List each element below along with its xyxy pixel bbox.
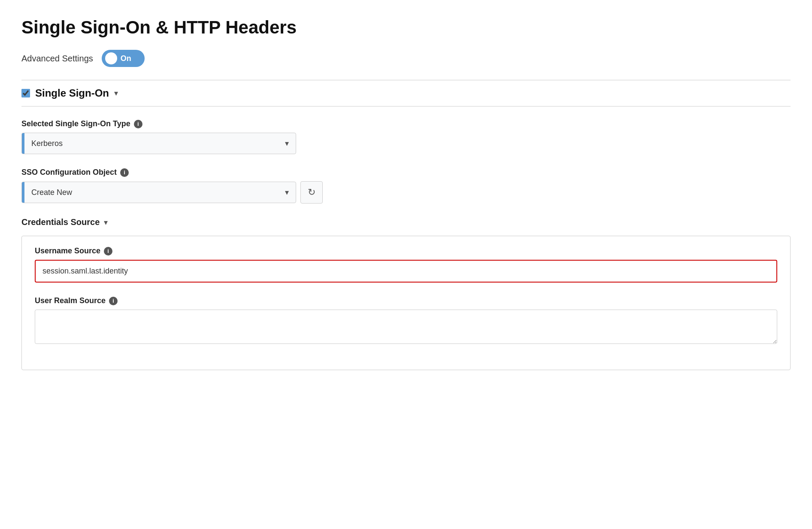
sso-config-select[interactable]: Create New: [24, 182, 285, 203]
sso-type-label-row: Selected Single Sign-On Type i: [21, 119, 791, 128]
sso-section-chevron-icon[interactable]: ▾: [114, 88, 118, 98]
advanced-settings-row: Advanced Settings On: [21, 50, 791, 67]
user-realm-source-label-row: User Realm Source i: [35, 296, 777, 305]
user-realm-source-label: User Realm Source: [35, 296, 106, 305]
advanced-settings-label: Advanced Settings: [21, 54, 93, 64]
sso-config-select-wrapper: Create New ▾: [21, 182, 296, 203]
sso-config-label-row: SSO Configuration Object i: [21, 168, 791, 177]
username-source-label-row: Username Source i: [35, 246, 777, 255]
sso-section-checkbox[interactable]: [21, 89, 30, 97]
sso-type-info-icon[interactable]: i: [134, 120, 142, 128]
advanced-settings-toggle[interactable]: On: [102, 50, 145, 67]
credentials-title: Credentials Source: [21, 217, 100, 227]
sso-type-select-wrapper: Kerberos SAML None ▾: [21, 133, 296, 154]
user-realm-source-field-group: User Realm Source i: [35, 296, 777, 346]
credentials-source-section: Credentials Source ▾ Username Source i U…: [21, 217, 791, 370]
username-source-field-group: Username Source i: [35, 246, 777, 283]
toggle-knob: [105, 52, 117, 64]
username-source-input[interactable]: [35, 260, 777, 283]
sso-config-label: SSO Configuration Object: [21, 168, 117, 177]
sso-type-chevron-icon: ▾: [285, 133, 296, 154]
credentials-chevron-icon[interactable]: ▾: [104, 218, 108, 227]
credentials-header: Credentials Source ▾: [21, 217, 791, 227]
sso-type-field-group: Selected Single Sign-On Type i Kerberos …: [21, 119, 791, 154]
credentials-box: Username Source i User Realm Source i: [21, 236, 791, 370]
user-realm-source-info-icon[interactable]: i: [109, 297, 118, 305]
sso-type-select[interactable]: Kerberos SAML None: [24, 133, 285, 154]
sso-type-label: Selected Single Sign-On Type: [21, 119, 130, 128]
username-source-label: Username Source: [35, 246, 100, 255]
sso-config-field-group: SSO Configuration Object i Create New ▾ …: [21, 168, 791, 204]
username-source-info-icon[interactable]: i: [104, 247, 112, 255]
sso-section-content: Selected Single Sign-On Type i Kerberos …: [21, 106, 791, 383]
sso-section-header: Single Sign-On ▾: [21, 80, 791, 106]
sso-config-refresh-button[interactable]: ↻: [300, 181, 323, 204]
toggle-label: On: [121, 54, 131, 63]
user-realm-source-input[interactable]: [35, 310, 777, 344]
sso-section-title: Single Sign-On: [35, 87, 109, 99]
sso-config-select-row: Create New ▾ ↻: [21, 181, 791, 204]
page-title: Single Sign-On & HTTP Headers: [21, 17, 791, 38]
sso-config-info-icon[interactable]: i: [120, 168, 129, 177]
sso-config-chevron-icon: ▾: [285, 182, 296, 203]
